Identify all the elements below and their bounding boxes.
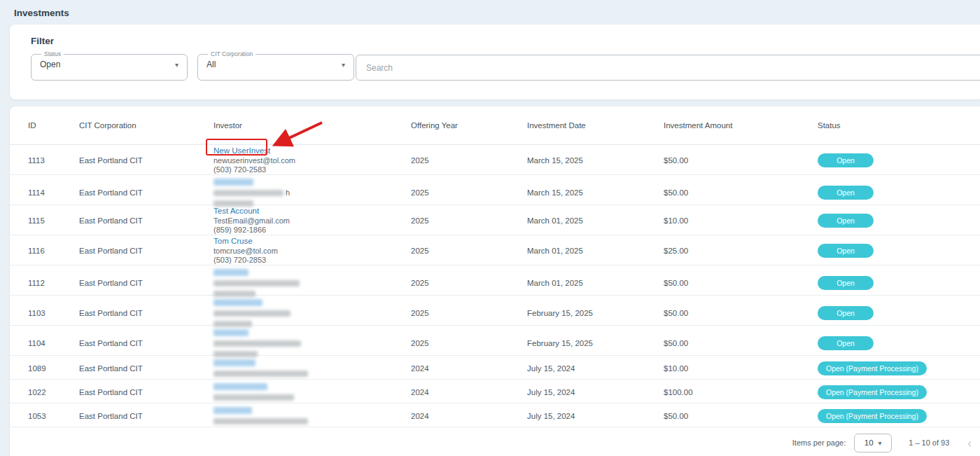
page-title: Investments <box>0 0 980 18</box>
pagination-bar: Items per page: 10 ▾ 1 – 10 of 93 ‹ <box>10 427 980 456</box>
redacted-line <box>214 416 411 427</box>
cell-status: Open <box>818 276 980 290</box>
redacted-blur <box>214 359 255 366</box>
status-badge: Open <box>818 336 874 350</box>
cell-investment-amount: $10.00 <box>664 364 818 373</box>
table-row: 1112East Portland CIT2025March 01, 2025$… <box>10 265 980 296</box>
redacted-line <box>214 278 411 289</box>
column-header: CIT Corporation <box>79 121 214 130</box>
cell-investment-date: July 15, 2024 <box>527 412 664 420</box>
cell-cit-corporation: East Portland CIT <box>79 388 214 396</box>
investor-email: tomcruse@tol.com <box>214 247 411 256</box>
cell-id: 1103 <box>28 309 79 317</box>
chevron-down-icon: ▾ <box>342 61 345 69</box>
cell-investment-date: July 15, 2024 <box>527 388 664 396</box>
cell-investment-amount: $100.00 <box>664 388 818 396</box>
cell-offering-year: 2025 <box>411 188 527 197</box>
table-row: 1089East Portland CIT2024July 15, 2024$1… <box>10 356 980 380</box>
cell-id: 1114 <box>28 188 79 197</box>
investor-link[interactable]: Test Account <box>214 207 259 216</box>
table-row: 1104East Portland CIT2025February 15, 20… <box>10 326 980 356</box>
cell-investment-date: March 01, 2025 <box>527 216 664 225</box>
redacted-suffix-text: h <box>286 188 290 198</box>
cell-investor: New UserInvestnewuserinvest@tol.com(503)… <box>214 145 411 177</box>
cell-investor: Test AccountTestEmail@gmail.com(859) 992… <box>214 205 411 237</box>
cell-investment-amount: $50.00 <box>664 339 818 347</box>
search-input[interactable] <box>366 63 979 73</box>
cit-corporation-filter-label: CIT Corporation <box>208 50 255 57</box>
cell-cit-corporation: East Portland CIT <box>79 156 214 165</box>
investor-link[interactable]: Tom Cruse <box>214 237 253 247</box>
redacted-blur <box>214 394 294 401</box>
redacted-line <box>214 405 411 416</box>
table-row: 1114East Portland CITh2025March 15, 2025… <box>10 175 980 205</box>
status-filter-value: Open <box>40 60 60 69</box>
cell-investment-date: February 15, 2025 <box>527 339 664 347</box>
cell-investor <box>214 380 411 404</box>
cell-cit-corporation: East Portland CIT <box>79 247 214 255</box>
cell-cit-corporation: East Portland CIT <box>79 188 214 197</box>
cell-id: 1104 <box>28 339 79 347</box>
cell-status: Open (Payment Processing) <box>818 409 980 423</box>
cell-investment-amount: $50.00 <box>664 279 818 287</box>
redacted-blur <box>214 351 258 357</box>
filter-card: Filter Status Open ▾ CIT Corporation All… <box>10 25 980 99</box>
cell-status: Open <box>818 214 980 228</box>
investor-email: newuserinvest@tol.com <box>214 156 411 166</box>
cell-status: Open <box>818 186 980 200</box>
column-header: Offering Year <box>411 121 527 130</box>
cell-investor: Tom Crusetomcruse@tol.com(503) 720-2853 <box>214 235 411 267</box>
cell-id: 1089 <box>28 364 79 373</box>
cell-cit-corporation: East Portland CIT <box>79 216 214 225</box>
table-row: 1113East Portland CITNew UserInvestnewus… <box>10 145 980 175</box>
status-badge: Open <box>818 214 874 228</box>
items-per-page-select[interactable]: 10 ▾ <box>854 434 892 452</box>
column-header: Investor <box>214 121 411 130</box>
redacted-blur <box>214 383 267 390</box>
status-badge: Open <box>818 306 874 320</box>
redacted-blur <box>214 371 308 377</box>
cell-investment-amount: $50.00 <box>664 309 818 317</box>
cell-investment-date: February 15, 2025 <box>527 309 664 317</box>
investor-link[interactable]: New UserInvest <box>214 146 270 156</box>
investor-email: TestEmail@gmail.com <box>214 216 411 226</box>
cell-cit-corporation: East Portland CIT <box>79 279 214 287</box>
cell-status: Open (Payment Processing) <box>818 361 980 375</box>
table-row: 1103East Portland CIT2025February 15, 20… <box>10 296 980 326</box>
redacted-blur <box>214 291 255 297</box>
cell-id: 1115 <box>28 216 79 225</box>
previous-page-button[interactable]: ‹ <box>967 437 972 449</box>
table-row: 1116East Portland CITTom Crusetomcruse@t… <box>10 235 980 265</box>
redacted-line <box>214 368 411 379</box>
cell-offering-year: 2025 <box>411 247 527 255</box>
redacted-blur <box>214 269 248 276</box>
cit-corporation-filter-select[interactable]: CIT Corporation All ▾ <box>197 50 354 81</box>
redacted-line <box>214 267 411 278</box>
redacted-blur <box>214 190 284 196</box>
redacted-blur <box>214 340 301 347</box>
investments-table-card: IDCIT CorporationInvestorOffering YearIn… <box>10 106 980 456</box>
cell-investment-amount: $10.00 <box>664 216 818 225</box>
cell-offering-year: 2025 <box>411 309 527 317</box>
redacted-line <box>214 392 411 403</box>
cell-offering-year: 2024 <box>411 364 527 373</box>
column-header: Investment Date <box>527 121 664 130</box>
redacted-line: h <box>214 188 411 198</box>
cell-investment-date: July 15, 2024 <box>527 364 664 373</box>
cell-offering-year: 2025 <box>411 279 527 287</box>
cell-investment-date: March 15, 2025 <box>527 156 664 165</box>
status-badge: Open <box>818 244 874 258</box>
redacted-blur <box>214 310 290 317</box>
column-header: Investment Amount <box>664 121 818 130</box>
chevron-down-icon: ▾ <box>175 61 178 69</box>
cell-offering-year: 2025 <box>411 216 527 225</box>
cell-investment-date: March 01, 2025 <box>527 279 664 287</box>
table-row: 1022East Portland CIT2024July 15, 2024$1… <box>10 380 980 403</box>
status-filter-select[interactable]: Status Open ▾ <box>31 50 188 81</box>
cell-id: 1113 <box>28 156 79 165</box>
cell-investment-amount: $50.00 <box>664 156 818 165</box>
cell-investment-amount: $25.00 <box>664 247 818 255</box>
cell-id: 1116 <box>28 247 79 255</box>
redacted-blur <box>214 299 262 306</box>
redacted-blur <box>214 418 308 424</box>
